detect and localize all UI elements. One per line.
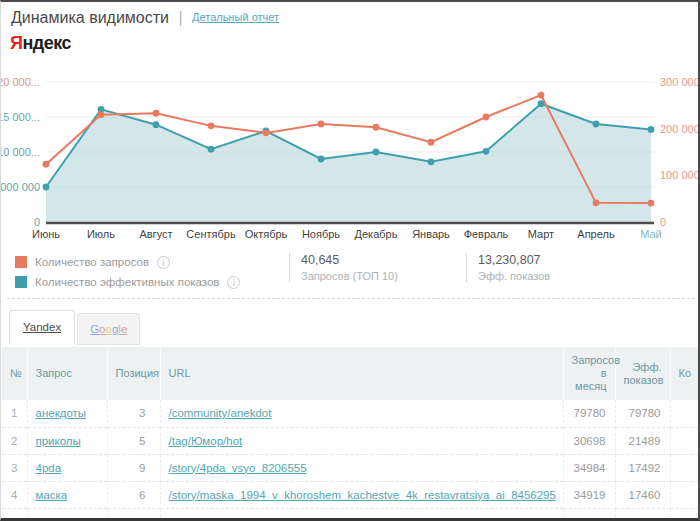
tab-yandex[interactable]: Yandex xyxy=(9,310,75,345)
col-header-url: URL xyxy=(160,347,563,400)
svg-text:Сентябрь: Сентябрь xyxy=(186,228,236,240)
legend-item-requests[interactable]: Количество запросов i xyxy=(15,252,240,272)
eff-shows-cell: 79780 xyxy=(615,400,670,427)
row-number: 3 xyxy=(2,454,27,481)
position-cell: 10 xyxy=(107,508,160,518)
legend-label-requests: Количество запросов xyxy=(35,256,149,268)
row-number: 2 xyxy=(2,427,27,454)
query-link[interactable]: 4pda xyxy=(36,462,62,474)
svg-text:300 000: 300 000 xyxy=(660,76,700,88)
stat-requests-top10: 40,645 Запросов (ТОП 10) xyxy=(289,253,398,282)
page-title: Динамика видимости xyxy=(11,9,169,26)
svg-text:Август: Август xyxy=(139,228,172,240)
yandex-logo: Яндекс xyxy=(10,33,71,54)
svg-text:Февраль: Февраль xyxy=(464,228,509,240)
col-header-eff-shows: Эфф. показов xyxy=(615,347,670,400)
dotted-divider xyxy=(7,298,695,299)
truncated-cell xyxy=(670,481,698,508)
yandex-logo-first-letter: Я xyxy=(10,33,22,53)
svg-text:200 000: 200 000 xyxy=(660,123,700,135)
table-row: 2 приколы 5 /tag/Юмор/hot 30698 21489 xyxy=(2,427,698,454)
svg-text:Октябрь: Октябрь xyxy=(245,228,288,240)
query-cell: анекдоты xyxy=(27,400,107,427)
tab-google[interactable]: Google xyxy=(77,313,140,345)
title-separator: | xyxy=(178,9,182,26)
eff-shows-cell: 21489 xyxy=(615,427,670,454)
svg-text:Март: Март xyxy=(528,228,554,240)
svg-text:0: 0 xyxy=(34,216,40,228)
legend-swatch-effective-shows xyxy=(15,276,27,288)
detail-report-link[interactable]: Детальный отчет xyxy=(192,11,279,23)
yandex-logo-rest: ндекс xyxy=(22,33,71,53)
requests-month-cell: 30698 xyxy=(563,427,615,454)
position-cell: 3 xyxy=(107,400,160,427)
url-link[interactable]: /community/anekdot xyxy=(169,407,272,419)
page-header: Динамика видимости | Детальный отчет xyxy=(11,9,279,27)
col-header-truncated: Ко xyxy=(670,347,698,400)
legend-label-effective-shows: Количество эффективных показов xyxy=(35,276,219,288)
requests-month-cell: 34984 xyxy=(563,454,615,481)
query-cell: жопа xyxy=(27,508,107,518)
truncated-cell xyxy=(670,400,698,427)
url-link[interactable]: /story/4pda_vsyo_8206555 xyxy=(169,462,307,474)
position-cell: 9 xyxy=(107,454,160,481)
svg-text:Май: Май xyxy=(640,228,662,240)
requests-month-cell: 79780 xyxy=(563,400,615,427)
row-number: 4 xyxy=(2,481,27,508)
svg-text:Январь: Январь xyxy=(412,228,450,240)
table-row: 5 жопа 10 /story/15_faktov_o_pope_433874… xyxy=(2,508,698,518)
url-link[interactable]: /story/15_faktov_o_pope_4338742 xyxy=(169,516,346,518)
svg-text:Декабрь: Декабрь xyxy=(355,228,398,240)
eff-shows-cell: 17460 xyxy=(615,481,670,508)
legend-item-effective-shows[interactable]: Количество эффективных показов i xyxy=(15,272,240,292)
query-link[interactable]: маска xyxy=(36,489,68,501)
query-link[interactable]: приколы xyxy=(36,435,81,447)
row-number: 5 xyxy=(2,508,27,518)
url-cell: /story/4pda_vsyo_8206555 xyxy=(160,454,563,481)
queries-table-container: № Запрос Позиция URL Запросов в месяц Эф… xyxy=(2,347,698,518)
table-row: 4 маска 6 /story/maska_1994_v_khoroshem_… xyxy=(2,481,698,508)
table-row: 1 анекдоты 3 /community/anekdot 79780 79… xyxy=(2,400,698,427)
svg-text:Июнь: Июнь xyxy=(32,228,60,240)
url-cell: /tag/Юмор/hot xyxy=(160,427,563,454)
truncated-cell xyxy=(670,508,698,518)
url-cell: /community/anekdot xyxy=(160,400,563,427)
stat-label: Запросов (ТОП 10) xyxy=(301,270,398,282)
svg-text:Ноябрь: Ноябрь xyxy=(302,228,340,240)
truncated-cell xyxy=(670,454,698,481)
svg-text:Апрель: Апрель xyxy=(577,228,615,240)
url-cell: /story/maska_1994_v_khoroshem_kachestve_… xyxy=(160,481,563,508)
platform-tabs: Yandex Google xyxy=(9,310,142,345)
query-cell: 4pda xyxy=(27,454,107,481)
truncated-cell xyxy=(670,427,698,454)
url-link[interactable]: /story/maska_1994_v_khoroshem_kachestve_… xyxy=(169,489,556,501)
eff-shows-cell: 15760 xyxy=(615,508,670,518)
col-header-num: № xyxy=(2,347,27,400)
visibility-chart[interactable]: 05 000 00010 000...15 000...20 000...010… xyxy=(1,60,700,242)
requests-month-cell: 34919 xyxy=(563,481,615,508)
tab-google-label: Google xyxy=(90,323,127,335)
info-icon[interactable]: i xyxy=(227,276,240,289)
requests-month-cell: 31519 xyxy=(563,508,615,518)
stat-effective-shows: 13,230,807 Эфф. показов xyxy=(466,253,550,282)
col-header-position: Позиция xyxy=(107,347,160,400)
info-icon[interactable]: i xyxy=(157,256,170,269)
query-link[interactable]: жопа xyxy=(36,516,63,518)
svg-text:0: 0 xyxy=(660,216,666,228)
url-link[interactable]: /tag/Юмор/hot xyxy=(169,435,243,447)
stat-label: Эфф. показов xyxy=(478,270,550,282)
visibility-dashboard: Динамика видимости | Детальный отчет Янд… xyxy=(0,0,700,521)
queries-table: № Запрос Позиция URL Запросов в месяц Эф… xyxy=(2,347,698,518)
position-cell: 5 xyxy=(107,427,160,454)
position-cell: 6 xyxy=(107,481,160,508)
legend-swatch-requests xyxy=(15,256,27,268)
stat-value: 13,230,807 xyxy=(478,253,550,267)
query-link[interactable]: анекдоты xyxy=(36,407,87,419)
svg-text:15 000...: 15 000... xyxy=(1,111,40,123)
svg-text:20 000...: 20 000... xyxy=(1,76,40,88)
col-header-requests-month: Запросов в месяц xyxy=(563,347,615,400)
url-cell: /story/15_faktov_o_pope_4338742 xyxy=(160,508,563,518)
svg-text:10 000...: 10 000... xyxy=(1,146,40,158)
query-cell: приколы xyxy=(27,427,107,454)
stat-value: 40,645 xyxy=(301,253,398,267)
